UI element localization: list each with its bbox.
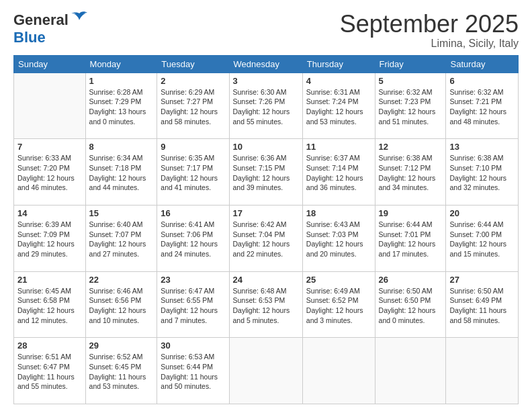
table-row: 29Sunrise: 6:52 AMSunset: 6:45 PMDayligh… <box>85 338 157 404</box>
table-row: 20Sunrise: 6:44 AMSunset: 7:00 PMDayligh… <box>446 205 519 271</box>
day-number: 22 <box>89 275 154 285</box>
calendar-week-row: 21Sunrise: 6:45 AMSunset: 6:58 PMDayligh… <box>14 271 519 338</box>
day-number: 26 <box>379 275 443 285</box>
day-info: Sunrise: 6:45 AMSunset: 6:58 PMDaylight:… <box>17 286 82 326</box>
table-row: 23Sunrise: 6:47 AMSunset: 6:55 PMDayligh… <box>157 271 229 338</box>
day-number: 30 <box>161 340 225 351</box>
day-info: Sunrise: 6:38 AMSunset: 7:12 PMDaylight:… <box>379 153 443 193</box>
col-saturday: Saturday <box>446 55 519 73</box>
day-info: Sunrise: 6:47 AMSunset: 6:55 PMDaylight:… <box>161 286 225 326</box>
table-row: 18Sunrise: 6:43 AMSunset: 7:03 PMDayligh… <box>302 205 375 271</box>
table-row: 11Sunrise: 6:37 AMSunset: 7:14 PMDayligh… <box>302 139 375 205</box>
table-row: 27Sunrise: 6:50 AMSunset: 6:49 PMDayligh… <box>446 271 519 338</box>
table-row: 1Sunrise: 6:28 AMSunset: 7:29 PMDaylight… <box>85 73 157 139</box>
table-row: 19Sunrise: 6:44 AMSunset: 7:01 PMDayligh… <box>375 205 446 271</box>
table-row: 10Sunrise: 6:36 AMSunset: 7:15 PMDayligh… <box>229 139 302 205</box>
day-info: Sunrise: 6:31 AMSunset: 7:24 PMDaylight:… <box>306 87 371 127</box>
page: General Blue September 2025 Limina, Sici… <box>0 0 532 411</box>
col-thursday: Thursday <box>302 55 375 73</box>
calendar-week-row: 7Sunrise: 6:33 AMSunset: 7:20 PMDaylight… <box>14 139 519 205</box>
table-row <box>375 338 446 404</box>
day-number: 13 <box>449 142 515 152</box>
day-number: 5 <box>379 76 443 86</box>
day-info: Sunrise: 6:33 AMSunset: 7:20 PMDaylight:… <box>17 153 82 193</box>
day-number: 29 <box>89 340 154 351</box>
day-number: 7 <box>17 142 82 152</box>
day-info: Sunrise: 6:44 AMSunset: 7:01 PMDaylight:… <box>379 220 443 259</box>
table-row: 17Sunrise: 6:42 AMSunset: 7:04 PMDayligh… <box>229 205 302 271</box>
day-number: 20 <box>449 208 515 218</box>
day-info: Sunrise: 6:28 AMSunset: 7:29 PMDaylight:… <box>89 87 154 127</box>
table-row: 12Sunrise: 6:38 AMSunset: 7:12 PMDayligh… <box>375 139 446 205</box>
col-sunday: Sunday <box>14 55 86 73</box>
title-block: September 2025 Limina, Sicily, Italy <box>340 11 519 50</box>
day-info: Sunrise: 6:36 AMSunset: 7:15 PMDaylight:… <box>233 153 299 193</box>
day-info: Sunrise: 6:43 AMSunset: 7:03 PMDaylight:… <box>306 220 371 259</box>
table-row: 7Sunrise: 6:33 AMSunset: 7:20 PMDaylight… <box>14 139 86 205</box>
day-number: 21 <box>17 275 82 285</box>
day-info: Sunrise: 6:53 AMSunset: 6:44 PMDaylight:… <box>161 352 225 392</box>
day-info: Sunrise: 6:32 AMSunset: 7:21 PMDaylight:… <box>449 87 515 127</box>
day-info: Sunrise: 6:48 AMSunset: 6:53 PMDaylight:… <box>233 286 299 326</box>
col-tuesday: Tuesday <box>157 55 229 73</box>
table-row <box>229 338 302 404</box>
day-info: Sunrise: 6:35 AMSunset: 7:17 PMDaylight:… <box>161 153 225 193</box>
day-info: Sunrise: 6:29 AMSunset: 7:27 PMDaylight:… <box>161 87 225 127</box>
table-row: 16Sunrise: 6:41 AMSunset: 7:06 PMDayligh… <box>157 205 229 271</box>
day-number: 2 <box>161 76 225 86</box>
table-row: 8Sunrise: 6:34 AMSunset: 7:18 PMDaylight… <box>85 139 157 205</box>
table-row: 3Sunrise: 6:30 AMSunset: 7:26 PMDaylight… <box>229 73 302 139</box>
table-row: 26Sunrise: 6:50 AMSunset: 6:50 PMDayligh… <box>375 271 446 338</box>
calendar-week-row: 1Sunrise: 6:28 AMSunset: 7:29 PMDaylight… <box>14 73 519 139</box>
table-row: 24Sunrise: 6:48 AMSunset: 6:53 PMDayligh… <box>229 271 302 338</box>
day-number: 8 <box>89 142 154 152</box>
day-number: 1 <box>89 76 154 86</box>
table-row: 6Sunrise: 6:32 AMSunset: 7:21 PMDaylight… <box>446 73 519 139</box>
day-number: 9 <box>161 142 225 152</box>
table-row: 9Sunrise: 6:35 AMSunset: 7:17 PMDaylight… <box>157 139 229 205</box>
day-info: Sunrise: 6:39 AMSunset: 7:09 PMDaylight:… <box>17 220 82 259</box>
day-info: Sunrise: 6:34 AMSunset: 7:18 PMDaylight:… <box>89 153 154 193</box>
day-info: Sunrise: 6:44 AMSunset: 7:00 PMDaylight:… <box>449 220 515 259</box>
day-number: 3 <box>233 76 299 86</box>
table-row: 30Sunrise: 6:53 AMSunset: 6:44 PMDayligh… <box>157 338 229 404</box>
location: Limina, Sicily, Italy <box>340 38 519 50</box>
logo-bird-icon <box>70 11 89 29</box>
day-number: 11 <box>306 142 371 152</box>
table-row: 25Sunrise: 6:49 AMSunset: 6:52 PMDayligh… <box>302 271 375 338</box>
day-number: 12 <box>379 142 443 152</box>
day-number: 18 <box>306 208 371 218</box>
col-friday: Friday <box>375 55 446 73</box>
day-number: 14 <box>17 208 82 218</box>
day-number: 28 <box>17 340 82 351</box>
day-info: Sunrise: 6:46 AMSunset: 6:56 PMDaylight:… <box>89 286 154 326</box>
table-row: 22Sunrise: 6:46 AMSunset: 6:56 PMDayligh… <box>85 271 157 338</box>
table-row: 21Sunrise: 6:45 AMSunset: 6:58 PMDayligh… <box>14 271 86 338</box>
table-row: 14Sunrise: 6:39 AMSunset: 7:09 PMDayligh… <box>14 205 86 271</box>
table-row: 5Sunrise: 6:32 AMSunset: 7:23 PMDaylight… <box>375 73 446 139</box>
calendar-week-row: 14Sunrise: 6:39 AMSunset: 7:09 PMDayligh… <box>14 205 519 271</box>
table-row <box>446 338 519 404</box>
day-info: Sunrise: 6:42 AMSunset: 7:04 PMDaylight:… <box>233 220 299 259</box>
day-info: Sunrise: 6:50 AMSunset: 6:50 PMDaylight:… <box>379 286 443 326</box>
table-row: 13Sunrise: 6:38 AMSunset: 7:10 PMDayligh… <box>446 139 519 205</box>
day-info: Sunrise: 6:50 AMSunset: 6:49 PMDaylight:… <box>449 286 515 326</box>
day-number: 24 <box>233 275 299 285</box>
table-row <box>14 73 86 139</box>
day-number: 23 <box>161 275 225 285</box>
logo-blue-text: Blue <box>13 29 46 46</box>
table-row: 15Sunrise: 6:40 AMSunset: 7:07 PMDayligh… <box>85 205 157 271</box>
day-info: Sunrise: 6:51 AMSunset: 6:47 PMDaylight:… <box>17 352 82 392</box>
table-row: 2Sunrise: 6:29 AMSunset: 7:27 PMDaylight… <box>157 73 229 139</box>
day-number: 19 <box>379 208 443 218</box>
col-wednesday: Wednesday <box>229 55 302 73</box>
table-row: 28Sunrise: 6:51 AMSunset: 6:47 PMDayligh… <box>14 338 86 404</box>
col-monday: Monday <box>85 55 157 73</box>
calendar-header-row: Sunday Monday Tuesday Wednesday Thursday… <box>14 55 519 73</box>
month-title: September 2025 <box>340 11 519 38</box>
day-number: 15 <box>89 208 154 218</box>
logo: General Blue <box>13 11 89 46</box>
day-info: Sunrise: 6:37 AMSunset: 7:14 PMDaylight:… <box>306 153 371 193</box>
table-row: 4Sunrise: 6:31 AMSunset: 7:24 PMDaylight… <box>302 73 375 139</box>
day-info: Sunrise: 6:30 AMSunset: 7:26 PMDaylight:… <box>233 87 299 127</box>
